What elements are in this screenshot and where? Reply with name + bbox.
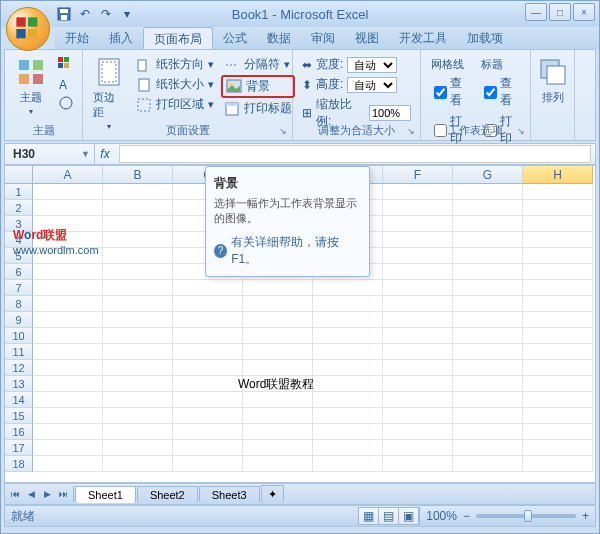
cell[interactable] [33, 392, 103, 408]
cell[interactable] [33, 440, 103, 456]
pagesetup-launcher[interactable]: ↘ [276, 124, 290, 138]
cell[interactable] [173, 360, 243, 376]
row-header-11[interactable]: 11 [5, 344, 33, 360]
col-header-B[interactable]: B [103, 166, 173, 184]
row-header-15[interactable]: 15 [5, 408, 33, 424]
cell[interactable] [453, 200, 523, 216]
zoom-out-button[interactable]: − [463, 509, 470, 523]
cell[interactable] [243, 440, 313, 456]
row-header-9[interactable]: 9 [5, 312, 33, 328]
themes-button[interactable]: 主题▾ [9, 52, 53, 120]
cell[interactable] [33, 264, 103, 280]
cell[interactable] [103, 216, 173, 232]
tab-addins[interactable]: 加载项 [457, 27, 513, 49]
cell[interactable] [103, 296, 173, 312]
orientation-button[interactable]: 纸张方向 ▾ [133, 55, 217, 74]
save-icon[interactable] [55, 5, 73, 23]
zoom-in-button[interactable]: + [582, 509, 589, 523]
cell[interactable] [103, 184, 173, 200]
row-header-13[interactable]: 13 [5, 376, 33, 392]
cell[interactable] [453, 328, 523, 344]
cell[interactable] [523, 408, 593, 424]
cell[interactable] [453, 456, 523, 472]
cell[interactable] [313, 344, 383, 360]
cell[interactable] [313, 312, 383, 328]
height-select[interactable]: 自动 [347, 77, 397, 93]
sheetopts-launcher[interactable]: ↘ [514, 124, 528, 138]
cell[interactable] [383, 216, 453, 232]
cell[interactable] [173, 296, 243, 312]
row-header-6[interactable]: 6 [5, 264, 33, 280]
tab-home[interactable]: 开始 [55, 27, 99, 49]
cell[interactable] [33, 216, 103, 232]
cell[interactable] [453, 424, 523, 440]
cell[interactable] [103, 360, 173, 376]
cell[interactable] [383, 296, 453, 312]
cell[interactable] [243, 312, 313, 328]
cell[interactable] [453, 248, 523, 264]
cell[interactable] [243, 360, 313, 376]
cell[interactable] [103, 232, 173, 248]
view-pagebreak-icon[interactable]: ▣ [399, 508, 419, 524]
cell[interactable] [453, 344, 523, 360]
cell[interactable] [383, 232, 453, 248]
view-layout-icon[interactable]: ▤ [379, 508, 399, 524]
cell[interactable] [33, 296, 103, 312]
cell[interactable] [103, 440, 173, 456]
new-sheet-button[interactable]: ✦ [261, 485, 284, 503]
cell[interactable] [173, 408, 243, 424]
cell[interactable] [33, 200, 103, 216]
redo-icon[interactable]: ↷ [97, 5, 115, 23]
cell[interactable] [103, 264, 173, 280]
headings-view-check[interactable] [484, 86, 497, 99]
cell[interactable] [173, 312, 243, 328]
fx-icon[interactable]: fx [95, 147, 115, 161]
row-header-18[interactable]: 18 [5, 456, 33, 472]
maximize-button[interactable]: □ [549, 3, 571, 21]
cell[interactable] [313, 280, 383, 296]
cell[interactable] [453, 312, 523, 328]
cell[interactable] [313, 296, 383, 312]
cell[interactable] [243, 456, 313, 472]
cell[interactable] [173, 280, 243, 296]
size-button[interactable]: 纸张大小 ▾ [133, 75, 217, 94]
cell[interactable] [383, 424, 453, 440]
cell[interactable] [243, 344, 313, 360]
print-area-button[interactable]: 打印区域 ▾ [133, 95, 217, 114]
print-titles-button[interactable]: 打印标题 [221, 99, 295, 118]
office-button[interactable] [6, 7, 50, 51]
row-header-16[interactable]: 16 [5, 424, 33, 440]
cell[interactable] [313, 376, 383, 392]
cell[interactable] [523, 392, 593, 408]
cell[interactable] [243, 392, 313, 408]
row-header-12[interactable]: 12 [5, 360, 33, 376]
tab-insert[interactable]: 插入 [99, 27, 143, 49]
cell[interactable] [313, 424, 383, 440]
cell[interactable] [383, 408, 453, 424]
tab-view[interactable]: 视图 [345, 27, 389, 49]
tab-nav-prev[interactable]: ◀ [23, 486, 39, 502]
cell[interactable] [103, 456, 173, 472]
tab-nav-first[interactable]: ⏮ [7, 486, 23, 502]
col-header-F[interactable]: F [383, 166, 453, 184]
cell[interactable] [103, 200, 173, 216]
cell[interactable] [173, 440, 243, 456]
minimize-button[interactable]: — [525, 3, 547, 21]
close-button[interactable]: × [573, 3, 595, 21]
cell[interactable] [453, 360, 523, 376]
row-header-1[interactable]: 1 [5, 184, 33, 200]
cell[interactable] [243, 296, 313, 312]
cell[interactable] [523, 440, 593, 456]
cell[interactable] [103, 280, 173, 296]
cell[interactable] [313, 360, 383, 376]
zoom-slider[interactable] [476, 514, 576, 518]
cell[interactable] [33, 376, 103, 392]
cell[interactable] [383, 376, 453, 392]
cell[interactable] [523, 360, 593, 376]
cell[interactable] [383, 248, 453, 264]
row-header-17[interactable]: 17 [5, 440, 33, 456]
row-header-3[interactable]: 3 [5, 216, 33, 232]
tab-review[interactable]: 审阅 [301, 27, 345, 49]
sheet-tab-1[interactable]: Sheet1 [75, 486, 136, 503]
cell[interactable] [33, 280, 103, 296]
